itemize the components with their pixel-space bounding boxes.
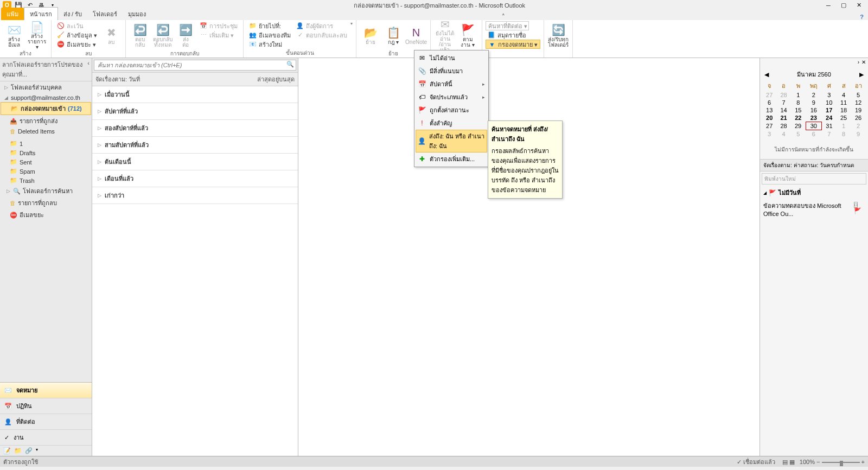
no-appointments-label: ไม่มีการนัดหมายที่กำลังจะเกิดขึ้น <box>760 140 868 159</box>
new-email-button[interactable]: ✉️สร้างอีเมล <box>3 21 25 49</box>
find-contact-input[interactable]: ค้นหาที่ติดต่อ ▾ <box>486 21 529 30</box>
filter-has-attachment[interactable]: 📎มีสิ่งที่แนบมา <box>416 65 487 78</box>
forward-button[interactable]: ➡️ส่งต่อ <box>175 21 196 49</box>
list-sort-order[interactable]: ล่าสุดอยู่บนสุด <box>257 74 295 84</box>
filter-to-cc-me[interactable]: 👤ส่งถึง: ฉัน หรือ สำเนาถึง: ฉัน <box>416 130 487 153</box>
ignore-button[interactable]: 🚫ละเว้น <box>55 21 99 30</box>
follow-up-button[interactable]: 🚩ตามงาน ▾ <box>457 21 478 49</box>
group-last-month[interactable]: ▷เดือนที่แล้ว <box>92 170 298 187</box>
tree-personal-folders[interactable]: ▷โฟลเดอร์ส่วนบุคคล <box>0 81 92 93</box>
meeting-button[interactable]: 📅การประชุม <box>197 21 240 30</box>
zoom-out-button[interactable]: − <box>816 459 820 465</box>
tree-inbox[interactable]: 📂กล่องจดหมายเข้า (712) <box>1 102 91 115</box>
group-older[interactable]: ▷เก่ากว่า <box>92 187 298 204</box>
tab-view[interactable]: มุมมอง <box>123 8 151 20</box>
status-bar: ตัวกรองถูกใช้ ✓ เชื่อมต่อแล้ว ▤ ▦ 100% −… <box>0 456 868 467</box>
search-icon[interactable]: 🔍 <box>286 61 294 68</box>
view-normal-icon[interactable]: ▤ <box>782 459 788 465</box>
view-reading-icon[interactable]: ▦ <box>789 459 795 465</box>
ribbon-minimize-icon[interactable]: ˄ <box>502 13 505 20</box>
filter-flagged[interactable]: 🚩ถูกตั้งค่าสถานะ <box>416 104 487 117</box>
tree-folder-trash[interactable]: 📁Trash <box>0 176 92 185</box>
quickstep-team[interactable]: 👥อีเมลของทีม <box>247 30 293 40</box>
contacts-icon: 👤 <box>4 418 12 425</box>
todo-sort-header[interactable]: จัดเรื่องตาม: ค่าสถานะ: วันครบกำหนด <box>760 159 868 172</box>
nav-shortcuts-icon[interactable]: 🔗 <box>25 447 33 454</box>
rules-button[interactable]: 📋กฎ ▾ <box>382 21 404 49</box>
junk-button[interactable]: ⛔อีเมลขยะ ▾ <box>55 40 99 49</box>
calendar-icon: 📅 <box>4 403 12 410</box>
onenote-button[interactable]: NOneNote <box>405 21 427 49</box>
search-input[interactable] <box>94 60 296 71</box>
todo-close-icon[interactable]: ✕ <box>861 59 866 65</box>
reading-pane <box>298 58 760 456</box>
nav-calendar-button[interactable]: 📅ปฏิทิน <box>0 398 92 414</box>
zoom-slider[interactable] <box>822 462 860 463</box>
quickstep-new[interactable]: 📧สร้างใหม่ <box>247 40 293 49</box>
nav-favorites-hint: ลากโฟลเดอร์รายการโปรดของคุณมาที่... <box>2 60 87 79</box>
group-early-month[interactable]: ▷ต้นเดือนนี้ <box>92 154 298 170</box>
new-items-button[interactable]: 📄สร้างรายการ ▾ <box>26 21 48 49</box>
filter-more[interactable]: ✚ตัวกรองเพิ่มเติม... <box>416 153 487 166</box>
send-receive-all-button[interactable]: 🔄ส่ง/รับทุกโฟลเดอร์ <box>547 21 569 49</box>
tab-home[interactable]: หน้าแรก <box>24 7 58 20</box>
cleanup-button[interactable]: 🧹ล้างข้อมูล ▾ <box>55 30 99 40</box>
quickstep-replydelete[interactable]: ✓ตอบกลับและลบ <box>294 30 349 40</box>
cal-next-icon[interactable]: ▶ <box>859 71 864 78</box>
minimize-button[interactable]: ─ <box>821 1 835 10</box>
filter-email-button[interactable]: ▼กรองจดหมาย ▾ <box>486 40 540 49</box>
tree-deleted-local[interactable]: 🗑รายการที่ถูกลบ <box>0 197 92 209</box>
tree-sent-items[interactable]: 📤รายการที่ถูกส่ง <box>0 115 92 127</box>
nav-folder-icon[interactable]: 📁 <box>14 447 22 454</box>
tree-search-folders[interactable]: ▷🔍โฟลเดอร์การค้นหา <box>0 185 92 197</box>
nav-collapse-icon[interactable]: ‹ <box>87 60 90 79</box>
quickstep-manager[interactable]: 👤ถึงผู้จัดการ <box>294 21 349 30</box>
nav-tasks-button[interactable]: ✓งาน <box>0 430 92 446</box>
nav-config-icon[interactable]: ▾ <box>36 447 38 454</box>
zoom-in-button[interactable]: + <box>861 459 865 465</box>
status-connected: ✓ เชื่อมต่อแล้ว <box>737 459 775 465</box>
nav-mail-button[interactable]: ✉️จดหมาย <box>0 383 92 398</box>
list-sort-label[interactable]: จัดเรื่องตาม: วันที่ <box>95 74 140 84</box>
address-book-button[interactable]: 📘สมุดรายชื่อ <box>486 30 540 40</box>
tree-folder-drafts[interactable]: 📁Drafts <box>0 148 92 157</box>
tree-folder-1[interactable]: 📁1 <box>0 139 92 148</box>
nav-contacts-button[interactable]: 👤ที่ติดต่อ <box>0 414 92 430</box>
task-item[interactable]: ข้อความทดสอบของ Microsoft Office Ou...□ … <box>760 199 868 219</box>
tree-account[interactable]: ◢support@mailmaster.co.th <box>0 93 92 102</box>
quickstep-expand-icon[interactable]: ▾ <box>350 21 353 26</box>
reply-button[interactable]: ↩️ตอบกลับ <box>129 21 151 49</box>
tree-deleted-items[interactable]: 🗑Deleted Items <box>0 127 92 136</box>
group-yesterday[interactable]: ▷เมื่อวานนี้ <box>92 86 298 103</box>
group-two-weeks[interactable]: ▷สองสัปดาห์ที่แล้ว <box>92 120 298 137</box>
filter-important[interactable]: !ตั้งสำคัญ <box>416 117 487 130</box>
unread-read-button[interactable]: ✉ยังไม่ได้อ่าน/อ่านแล้ว <box>434 21 456 49</box>
delete-button[interactable]: ✖ลบ <box>100 21 122 49</box>
todo-collapse-icon[interactable]: › <box>858 59 859 65</box>
tab-folder[interactable]: โฟลเดอร์ <box>87 8 123 20</box>
filter-unread[interactable]: ✉ไม่ได้อ่าน <box>416 52 487 65</box>
task-group-no-date[interactable]: ◢🚩ไม่มีวันที่ <box>760 186 868 199</box>
filter-this-week[interactable]: 📅สัปดาห์นี้▸ <box>416 78 487 91</box>
quickstep-moveto[interactable]: 📁ย้ายไปที่: <box>247 21 293 30</box>
cal-prev-icon[interactable]: ◀ <box>764 71 769 78</box>
filter-categorized[interactable]: 🏷จัดประเภทแล้ว▸ <box>416 91 487 104</box>
tab-file[interactable]: แฟ้ม <box>1 8 24 20</box>
help-icon[interactable]: ? <box>860 14 864 20</box>
reply-all-button[interactable]: ↩️ตอบกลับทั้งหมด <box>152 21 174 49</box>
more-button[interactable]: ⋯เพิ่มเติม ▾ <box>197 30 240 40</box>
close-button[interactable]: ✕ <box>852 1 866 10</box>
mail-icon: ✉️ <box>4 387 12 394</box>
maximize-button[interactable]: ▢ <box>837 1 851 10</box>
tab-sendreceive[interactable]: ส่ง / รับ <box>58 8 87 20</box>
tree-junk[interactable]: ⛔อีเมลขยะ <box>0 209 92 221</box>
nav-notes-icon[interactable]: 📝 <box>3 447 11 454</box>
group-three-weeks[interactable]: ▷สามสัปดาห์ที่แล้ว <box>92 137 298 154</box>
move-button[interactable]: 📂ย้าย <box>360 21 381 49</box>
cal-month[interactable]: มีนาคม 2560 <box>797 69 831 79</box>
tree-folder-spam[interactable]: 📁Spam <box>0 167 92 176</box>
tree-folder-sent[interactable]: 📁Sent <box>0 157 92 167</box>
new-task-input[interactable]: พิมพ์งานใหม่ <box>762 173 866 185</box>
ribbon-tabs: แฟ้ม หน้าแรก ส่ง / รับ โฟลเดอร์ มุมมอง ˄… <box>0 10 868 20</box>
group-last-week[interactable]: ▷สัปดาห์ที่แล้ว <box>92 103 298 120</box>
